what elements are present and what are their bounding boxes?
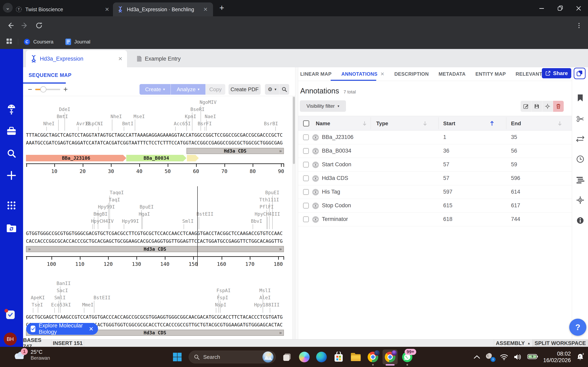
- user-avatar[interactable]: BH: [4, 333, 17, 346]
- explore-molecular-biology-pill[interactable]: Explore Molecular Biology ✕: [26, 323, 98, 335]
- close-doc-tab-icon[interactable]: ✕: [118, 56, 122, 62]
- column-header-end[interactable]: End: [511, 116, 562, 131]
- annotation-bar-bba_b0034[interactable]: BBa_B0034: [126, 155, 186, 161]
- vertical-scrollbar[interactable]: [292, 96, 295, 339]
- battery-icon[interactable]: [527, 354, 538, 360]
- share-button[interactable]: Share: [542, 68, 571, 78]
- visibility-filter-button[interactable]: Visibility filter▾: [300, 100, 346, 112]
- enzyme-site-label[interactable]: BsrFI: [198, 121, 212, 126]
- row-checkbox[interactable]: [303, 217, 309, 222]
- clock-widget[interactable]: 08:02 16/02/2026: [543, 350, 571, 364]
- enzyme-site-label[interactable]: BmtI: [57, 114, 68, 119]
- enzyme-site-label[interactable]: DdeI: [59, 107, 70, 112]
- column-header-start[interactable]: Start: [443, 116, 494, 131]
- start-button[interactable]: [172, 351, 183, 363]
- row-checkbox[interactable]: [303, 162, 309, 167]
- create-pdf-button[interactable]: Create PDF: [229, 84, 261, 95]
- panel-divider[interactable]: [295, 67, 298, 347]
- enzyme-site-label[interactable]: BanII: [57, 281, 71, 286]
- enzyme-site-label[interactable]: Tth111I: [259, 197, 279, 202]
- browser-tab-twist[interactable]: T Twist Bioscience ✕: [16, 2, 111, 16]
- enzyme-site-label[interactable]: TaqI: [109, 197, 120, 202]
- apps-dots-icon[interactable]: [6, 200, 17, 211]
- enzyme-site-label[interactable]: FspI: [217, 295, 228, 300]
- visibility-eye-icon[interactable]: [312, 216, 319, 225]
- table-row[interactable]: Terminator618744: [298, 213, 572, 226]
- status-bases[interactable]: BASES 747: [23, 340, 52, 347]
- save-annotation-button[interactable]: [531, 101, 542, 112]
- row-checkbox[interactable]: [303, 175, 309, 181]
- sequence-top-strand[interactable]: TTTACGGCTAGCTCAGTCCTAGGTATAGTGCTAGCCATTA…: [26, 132, 284, 138]
- scrollbar-thumb[interactable]: [293, 97, 295, 164]
- enzyme-site-label[interactable]: BseRI: [190, 107, 204, 112]
- row-checkbox[interactable]: [303, 134, 309, 140]
- visibility-eye-icon[interactable]: [312, 148, 319, 156]
- sequence-bottom-strand[interactable]: AAATGCCGATCGAGTCAGGATCCATATCACGATCGGTAAT…: [26, 140, 284, 145]
- table-row[interactable]: His Tag597614: [298, 185, 572, 199]
- enzyme-site-label[interactable]: TaqαI: [110, 190, 124, 195]
- tab-description[interactable]: DESCRIPTION: [394, 71, 429, 77]
- zoom-out-button[interactable]: −: [26, 84, 34, 95]
- create-plus-icon[interactable]: [6, 170, 17, 181]
- enzyme-site-label[interactable]: Acc65I: [174, 121, 191, 126]
- find-in-sequence-button[interactable]: [279, 84, 289, 95]
- enzyme-site-label[interactable]: BmtI: [122, 121, 133, 126]
- enzyme-site-label[interactable]: MmeI: [82, 302, 93, 308]
- row-checkbox[interactable]: [303, 148, 309, 154]
- tray-expand-chevron-icon[interactable]: [473, 355, 480, 359]
- delete-annotation-button[interactable]: [553, 101, 564, 112]
- visibility-eye-icon[interactable]: [312, 202, 319, 211]
- tab-linear-map[interactable]: LINEAR MAP: [300, 71, 331, 77]
- enzyme-site-label[interactable]: Eco53kI: [51, 302, 71, 308]
- table-row[interactable]: BBa_J23106135: [298, 131, 572, 144]
- tab-sequence-map[interactable]: SEQUENCE MAP: [29, 72, 71, 78]
- table-row[interactable]: Hd3a CDS57596: [298, 172, 572, 185]
- info-icon[interactable]: [576, 216, 585, 225]
- forward-icon[interactable]: [20, 21, 29, 30]
- visibility-eye-icon[interactable]: [312, 189, 319, 197]
- whatsapp-icon[interactable]: 99+: [402, 351, 413, 363]
- tab-entity-map[interactable]: ENTITY MAP: [476, 71, 506, 77]
- benchling-logo-icon[interactable]: [6, 103, 17, 115]
- enzyme-site-label[interactable]: BpuEI: [139, 204, 154, 209]
- create-button[interactable]: Create▾: [139, 84, 171, 95]
- enzyme-site-label[interactable]: BmgBI: [93, 211, 107, 217]
- browser-menu-icon[interactable]: [574, 21, 584, 30]
- enzyme-site-label[interactable]: HpyCH4IV: [91, 218, 113, 224]
- bookmark-icon[interactable]: [576, 93, 585, 102]
- table-row[interactable]: Stop Codon615617: [298, 199, 572, 213]
- enzyme-site-label[interactable]: ApeKI: [31, 295, 45, 300]
- split-workspace-button[interactable]: SPLIT WORKSPACE: [532, 340, 588, 347]
- enzyme-site-label[interactable]: SmlI: [54, 295, 66, 300]
- doc-tab-example-entry[interactable]: Example Entry: [131, 50, 186, 67]
- enzyme-site-label[interactable]: BbvI: [251, 218, 262, 224]
- edge-icon[interactable]: [316, 351, 327, 363]
- enzyme-site-label[interactable]: BspCNI: [86, 121, 103, 126]
- file-explorer-icon[interactable]: [350, 351, 362, 363]
- enzyme-site-label[interactable]: NspI: [215, 302, 226, 308]
- enzyme-site-label[interactable]: NheI: [111, 114, 122, 119]
- annotation-bar-bba_j23106[interactable]: BBa_J23106: [26, 155, 126, 161]
- wifi-icon[interactable]: [500, 354, 508, 360]
- enzyme-site-label[interactable]: BpuEI: [265, 190, 279, 195]
- enzyme-site-label[interactable]: TseI: [32, 302, 43, 308]
- back-icon[interactable]: [6, 21, 15, 30]
- sequence-top-strand[interactable]: GTGGTGGGCCGCGTGGTGGGCGACGTGCTCGACGCCTTCG…: [26, 231, 284, 236]
- doc-tab-hd3a[interactable]: Hd3a_Expression ✕: [26, 50, 127, 67]
- assembly-button[interactable]: ASSEMBLY▲: [494, 340, 532, 347]
- alignment-icon[interactable]: [576, 175, 585, 184]
- close-window-button[interactable]: [575, 4, 582, 12]
- settings-gear-button[interactable]: ⚙▾: [265, 84, 279, 95]
- locate-annotation-button[interactable]: [542, 101, 553, 112]
- notification-bell-icon[interactable]: zz: [576, 353, 584, 361]
- close-icon[interactable]: ✕: [89, 325, 94, 332]
- bookmark-journal[interactable]: Journal: [65, 38, 90, 45]
- enzyme-site-label[interactable]: Hpy99I: [98, 204, 115, 209]
- select-all-checkbox[interactable]: [303, 120, 309, 126]
- tab-metadata[interactable]: METADATA: [439, 71, 466, 77]
- scissors-digest-icon[interactable]: [576, 115, 585, 123]
- enzyme-site-label[interactable]: Hpy99I: [122, 218, 139, 224]
- column-header-type[interactable]: Type: [376, 116, 427, 131]
- enzyme-site-label[interactable]: SmlI: [182, 218, 193, 224]
- visibility-eye-icon[interactable]: [312, 175, 319, 184]
